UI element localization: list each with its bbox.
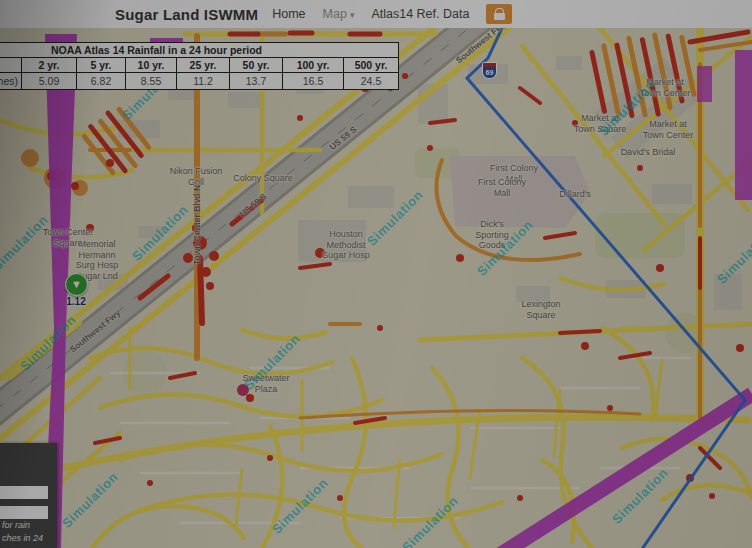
- flow-marker[interactable]: ▼: [65, 273, 88, 296]
- rainfall-table-values-row: (inches) 5.096.828.5511.213.716.524.5: [0, 73, 399, 90]
- rainfall-table-col-header: 10 yr.: [126, 58, 177, 73]
- map-canvas[interactable]: Nikon Fusion GrillColony SquareMemorial …: [0, 28, 752, 548]
- app-window: Sugar Land ISWMM Home Map▾ Atlas14 Ref. …: [0, 0, 752, 548]
- map-art: [0, 28, 752, 548]
- legend-panel: for rain ches in 24: [0, 443, 57, 548]
- chevron-down-icon: ▾: [350, 10, 355, 20]
- rainfall-table-col-header: 25 yr.: [177, 58, 230, 73]
- nav-map[interactable]: Map▾: [323, 7, 355, 21]
- rainfall-table: NOAA Atlas 14 Rainfall in a 24 hour peri…: [0, 42, 399, 90]
- rainfall-table-col-header: 50 yr.: [230, 58, 283, 73]
- nav-atlas14-ref-data[interactable]: Atlas14 Ref. Data: [371, 7, 469, 21]
- rainfall-table-value-cell: 5.09: [22, 73, 77, 90]
- app-title: Sugar Land ISWMM: [115, 6, 258, 23]
- rainfall-table-title: NOAA Atlas 14 Rainfall in a 24 hour peri…: [0, 43, 399, 58]
- panel-caption-line1: for rain: [2, 520, 30, 530]
- rainfall-table-value-cell: 8.55: [126, 73, 177, 90]
- rainfall-table-value-cell: 24.5: [344, 73, 399, 90]
- rainfall-table-col-header: 2 yr.: [22, 58, 77, 73]
- nav-map-label: Map: [323, 7, 347, 21]
- panel-field-2[interactable]: [0, 506, 48, 519]
- rainfall-table-value-cell: 6.82: [77, 73, 126, 90]
- nav-home[interactable]: Home: [272, 7, 305, 21]
- panel-field-1[interactable]: [0, 486, 48, 499]
- rainfall-table-col-header: 100 yr.: [283, 58, 344, 73]
- rainfall-table-row-label: (inches): [0, 73, 22, 90]
- rainfall-table-value-cell: 13.7: [230, 73, 283, 90]
- main-nav: Home Map▾ Atlas14 Ref. Data: [272, 4, 512, 24]
- interstate-69-shield: 69: [482, 62, 497, 79]
- top-bar: Sugar Land ISWMM Home Map▾ Atlas14 Ref. …: [0, 0, 752, 28]
- rainfall-table-col-header: 5 yr.: [77, 58, 126, 73]
- rainfall-table-corner-cell: [0, 58, 22, 73]
- rainfall-table-value-cell: 16.5: [283, 73, 344, 90]
- lock-button[interactable]: [486, 4, 512, 24]
- rainfall-table-value-cell: 11.2: [177, 73, 230, 90]
- lock-icon: [494, 8, 505, 20]
- rainfall-table-title-row: NOAA Atlas 14 Rainfall in a 24 hour peri…: [0, 43, 399, 58]
- rainfall-table-col-header: 500 yr.: [344, 58, 399, 73]
- flow-marker-value: 1.12: [66, 296, 85, 307]
- rainfall-table-header-row: 2 yr.5 yr.10 yr.25 yr.50 yr.100 yr.500 y…: [0, 58, 399, 73]
- interstate-69-shield-number: 69: [486, 69, 494, 76]
- down-arrow-icon: ▼: [71, 279, 82, 290]
- panel-caption-line2: ches in 24: [2, 533, 43, 543]
